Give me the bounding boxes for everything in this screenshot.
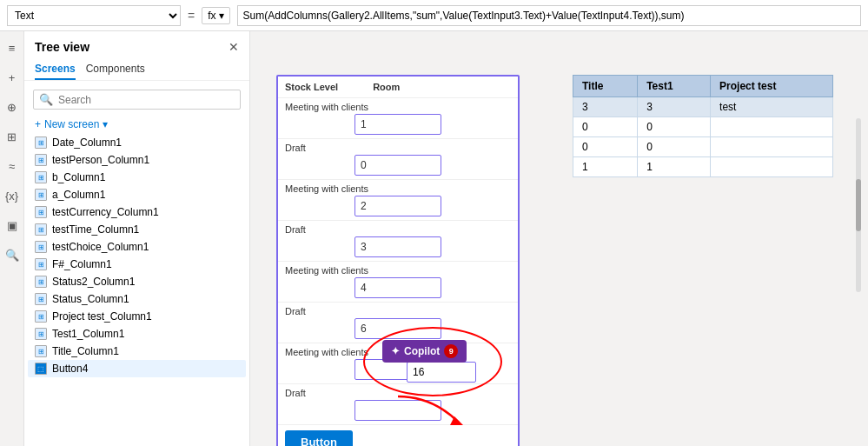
fx-button[interactable]: fx ▾ — [202, 7, 229, 24]
list-item[interactable]: ⊞ testChoice_Column1 — [28, 238, 246, 256]
item-label: Button4 — [52, 363, 88, 375]
copilot-label: Copilot — [404, 345, 440, 357]
cell: test — [711, 97, 833, 117]
sum-value: 16 — [413, 366, 424, 378]
sidebar-tabs: Screens Components — [24, 59, 249, 81]
search-icon[interactable]: 🔍 — [3, 245, 22, 264]
row-input[interactable] — [354, 400, 441, 421]
col-test1-header: Test1 — [638, 76, 711, 97]
gallery-row: Meeting with clients — [278, 262, 518, 303]
item-icon: ⊞ — [35, 241, 47, 253]
canvas-area: Stock Level Room Meeting with clients Dr… — [250, 31, 868, 446]
formula-input[interactable] — [237, 5, 861, 26]
plus-icon: + — [35, 118, 41, 130]
row-input[interactable] — [354, 114, 441, 135]
item-label: Project test_Column1 — [52, 310, 152, 323]
list-item[interactable]: ⊞ b_Column1 — [28, 169, 246, 186]
row-label: Draft — [285, 224, 511, 235]
item-icon: ⊞ — [35, 136, 47, 149]
close-sidebar-button[interactable]: ✕ — [229, 40, 239, 54]
row-input[interactable] — [354, 155, 441, 176]
new-screen-button[interactable]: + New screen ▾ — [24, 115, 249, 134]
scrollbar-thumb — [856, 179, 861, 231]
list-item[interactable]: ⊞ testPerson_Column1 — [28, 151, 246, 169]
gallery-button[interactable]: Button — [285, 430, 353, 446]
search-box: 🔍 — [33, 90, 241, 110]
row-label: Meeting with clients — [285, 265, 511, 276]
scrollbar[interactable] — [856, 118, 861, 292]
cell: 0 — [638, 137, 711, 157]
fx-icon: fx — [208, 10, 215, 22]
new-screen-label: New screen — [44, 118, 99, 130]
copilot-button[interactable]: ✦ Copilot 9 — [382, 340, 467, 363]
list-item[interactable]: ⊞ Title_Column1 — [28, 343, 246, 360]
cell — [711, 157, 833, 177]
cell: 3 — [573, 97, 638, 117]
cell: 0 — [638, 117, 711, 137]
sidebar: Tree view ✕ Screens Components 🔍 + New s… — [24, 31, 250, 446]
col-project-header: Project test — [711, 76, 833, 97]
copilot-badge: 9 — [444, 344, 458, 358]
list-item[interactable]: ⊞ Project test_Column1 — [28, 308, 246, 325]
item-icon: ⊞ — [35, 310, 47, 323]
gallery-header: Stock Level Room — [278, 77, 518, 98]
tab-components[interactable]: Components — [86, 59, 145, 80]
button4-item[interactable]: ⬚ Button4 — [28, 360, 246, 377]
list-item[interactable]: ⊞ a_Column1 — [28, 186, 246, 203]
search-input[interactable] — [58, 94, 235, 106]
gallery-row: Draft — [278, 139, 518, 180]
cell: 1 — [573, 157, 638, 177]
table-row: 0 0 — [573, 117, 833, 137]
row-input[interactable] — [354, 196, 441, 216]
gallery-container: Stock Level Room Meeting with clients Dr… — [276, 75, 520, 446]
list-item[interactable]: ⊞ testCurrency_Column1 — [28, 203, 246, 221]
tab-screens[interactable]: Screens — [35, 59, 76, 80]
item-icon: ⊞ — [35, 223, 47, 236]
gallery-row: Draft — [278, 303, 518, 343]
row-label: Draft — [285, 143, 511, 153]
element-type-select[interactable]: Text — [7, 5, 181, 26]
tools-icon[interactable]: ▣ — [3, 216, 22, 235]
gallery-row: Draft — [278, 221, 518, 262]
table-row: 1 1 — [573, 157, 833, 177]
item-icon: ⊞ — [35, 258, 47, 270]
tree-icon[interactable]: ≡ — [3, 38, 22, 57]
list-item[interactable]: ⊞ Date_Column1 — [28, 134, 246, 151]
row-input[interactable] — [354, 318, 441, 339]
equals-sign: = — [188, 9, 195, 23]
add-icon[interactable]: + — [3, 68, 22, 87]
row-label: Meeting with clients — [285, 102, 511, 112]
insert-icon[interactable]: ⊕ — [3, 97, 22, 116]
sidebar-title: Tree view — [35, 40, 89, 54]
list-item[interactable]: ⊞ Status2_Column1 — [28, 273, 246, 290]
sidebar-header: Tree view ✕ — [24, 31, 249, 59]
col-title-header: Title — [573, 76, 638, 97]
item-label: Date_Column1 — [52, 136, 122, 149]
list-item[interactable]: ⊞ Status_Column1 — [28, 290, 246, 308]
row-label: Meeting with clients — [285, 183, 511, 194]
list-item[interactable]: ⊞ F#_Column1 — [28, 256, 246, 273]
item-icon: ⊞ — [35, 189, 47, 201]
data-icon[interactable]: ⊞ — [3, 127, 22, 146]
row-input[interactable] — [354, 277, 441, 298]
item-label: a_Column1 — [52, 189, 105, 201]
item-label: testChoice_Column1 — [52, 241, 149, 253]
chevron-down-icon: ▾ — [103, 118, 108, 130]
variables-icon[interactable]: {x} — [3, 186, 22, 205]
item-icon: ⊞ — [35, 154, 47, 166]
row-input[interactable] — [354, 236, 441, 257]
list-item[interactable]: ⊞ Test1_Column1 — [28, 325, 246, 343]
item-icon: ⊞ — [35, 206, 47, 218]
item-icon: ⊞ — [35, 171, 47, 183]
chevron-down-icon: ▾ — [219, 10, 224, 22]
button-icon: ⬚ — [35, 363, 47, 375]
left-icon-bar: ≡ + ⊕ ⊞ ≈ {x} ▣ 🔍 — [0, 31, 24, 446]
list-item[interactable]: ⊞ testTime_Column1 — [28, 221, 246, 238]
copilot-icon: ✦ — [391, 345, 400, 357]
data-table: Title Test1 Project test 3 3 test 0 0 — [573, 75, 833, 177]
table-row: 3 3 test — [573, 97, 833, 117]
item-label: Status2_Column1 — [52, 276, 135, 288]
item-label: testPerson_Column1 — [52, 154, 149, 166]
right-table-container: Title Test1 Project test 3 3 test 0 0 — [573, 75, 833, 177]
settings-icon[interactable]: ≈ — [3, 156, 22, 176]
